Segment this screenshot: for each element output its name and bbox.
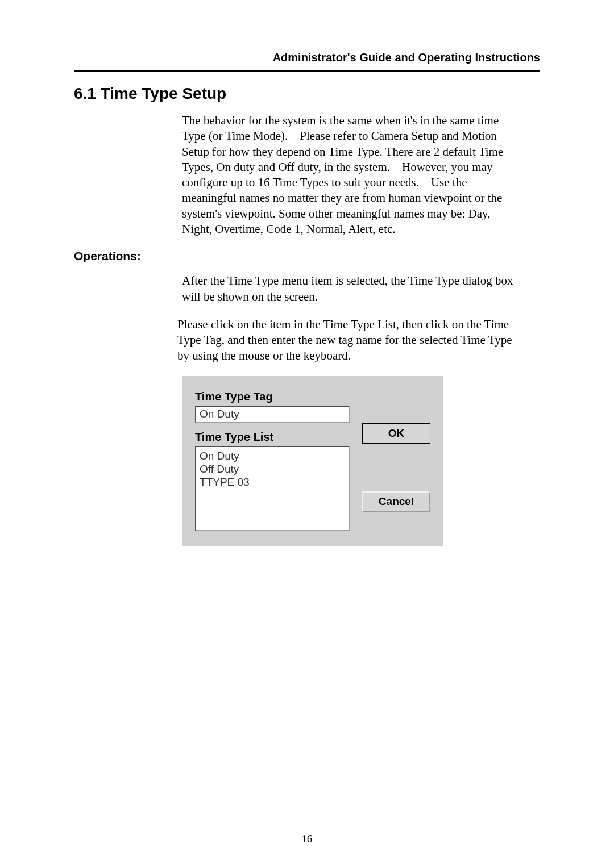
ok-button-label: OK — [388, 427, 405, 439]
section-title: 6.1 Time Type Setup — [74, 85, 540, 103]
list-item[interactable]: On Duty — [200, 449, 345, 462]
time-type-tag-input[interactable] — [195, 406, 350, 423]
paragraph: Please click on the item in the Time Typ… — [177, 317, 517, 364]
time-type-dialog: Time Type Tag Time Type List On Duty Off… — [182, 376, 443, 546]
ok-button[interactable]: OK — [362, 423, 430, 444]
divider-thin — [74, 73, 540, 73]
paragraph: After the Time Type menu item is selecte… — [182, 273, 517, 304]
paragraph: The behavior for the system is the same … — [182, 113, 517, 237]
list-item[interactable]: Off Duty — [200, 462, 345, 475]
time-type-list-label: Time Type List — [195, 431, 350, 444]
cancel-button[interactable]: Cancel — [362, 491, 430, 512]
time-type-listbox[interactable]: On Duty Off Duty TTYPE 03 — [195, 446, 350, 531]
time-type-tag-label: Time Type Tag — [195, 390, 350, 403]
divider-thick — [74, 70, 540, 72]
page-number: 16 — [0, 833, 614, 845]
page-header: Administrator's Guide and Operating Inst… — [74, 51, 540, 64]
list-item[interactable]: TTYPE 03 — [200, 475, 345, 489]
operations-heading: Operations: — [74, 249, 540, 263]
